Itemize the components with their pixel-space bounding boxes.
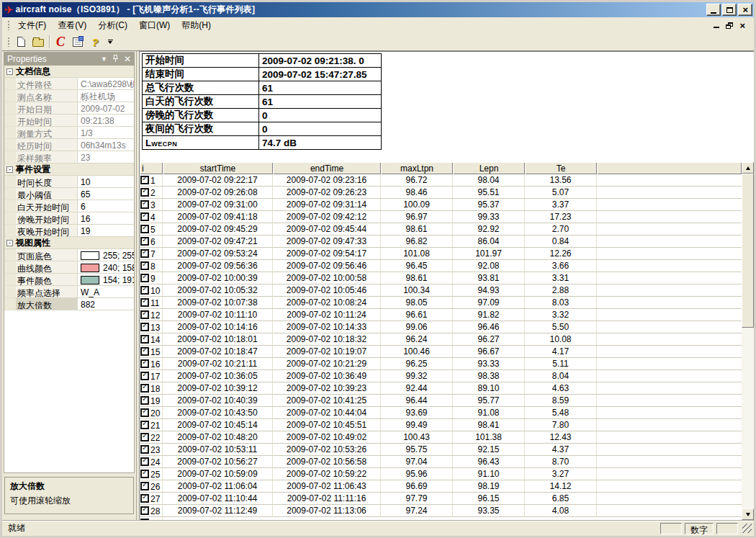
checkbox-checked-icon[interactable] <box>140 494 149 503</box>
table-row[interactable]: 52009-07-02 09:45:292009-07-02 09:45:449… <box>140 223 742 236</box>
table-row[interactable]: 162009-07-02 10:21:112009-07-02 10:21:29… <box>140 358 742 370</box>
property-value[interactable]: 882 <box>78 298 134 310</box>
property-value[interactable]: C:\awa6298\机场 <box>78 78 134 90</box>
property-value[interactable]: 栎社机场 <box>78 90 134 102</box>
properties-button[interactable] <box>69 34 86 50</box>
property-row[interactable]: 频率点选择W_A <box>4 286 134 298</box>
property-value[interactable]: 6 <box>78 200 134 212</box>
property-value[interactable]: W_A <box>78 286 134 298</box>
menu-item[interactable]: 查看(V) <box>52 18 92 33</box>
checkbox-checked-icon[interactable] <box>140 482 149 490</box>
checkbox-checked-icon[interactable] <box>140 470 149 478</box>
property-row[interactable]: 测量方式1/3 <box>4 127 134 139</box>
checkbox-checked-icon[interactable] <box>140 359 149 368</box>
property-row[interactable]: 放大倍数882 <box>4 298 134 310</box>
property-value[interactable]: 10 <box>78 176 134 188</box>
checkbox-checked-icon[interactable] <box>140 286 149 295</box>
panel-menu-chevron-icon[interactable]: ▼ <box>101 55 107 63</box>
table-row[interactable]: 182009-07-02 10:39:122009-07-02 10:39:23… <box>140 382 742 395</box>
resize-grip[interactable] <box>742 524 752 533</box>
column-header-i[interactable]: i <box>140 162 163 174</box>
collapse-icon[interactable]: - <box>6 240 13 246</box>
property-value[interactable]: 09:21:38 <box>78 115 134 127</box>
property-value[interactable]: 2009-07-02 <box>78 102 134 115</box>
property-value[interactable]: 16 <box>78 212 134 225</box>
table-row[interactable]: 112009-07-02 10:07:382009-07-02 10:08:24… <box>140 297 742 309</box>
table-row[interactable]: 262009-07-02 11:06:042009-07-02 11:06:43… <box>140 480 742 493</box>
property-value[interactable]: 255; 255; 25 <box>78 249 134 261</box>
property-row[interactable]: 文件路径C:\awa6298\机场 <box>4 78 134 90</box>
table-row[interactable]: 222009-07-02 10:48:202009-07-02 10:49:02… <box>140 431 742 444</box>
collapse-icon[interactable]: - <box>6 68 13 75</box>
checkbox-checked-icon[interactable] <box>140 261 149 270</box>
property-row[interactable]: 采样频率23 <box>4 151 134 163</box>
column-header-startTime[interactable]: startTime <box>163 162 273 174</box>
table-row[interactable]: 62009-07-02 09:47:212009-07-02 09:47:339… <box>140 236 742 248</box>
checkbox-checked-icon[interactable] <box>140 249 149 258</box>
property-row[interactable]: 夜晚开始时间19 <box>4 225 134 237</box>
table-row[interactable]: 242009-07-02 10:56:272009-07-02 10:56:58… <box>140 456 742 468</box>
scroll-up-button[interactable] <box>742 162 754 174</box>
property-row[interactable]: 曲线颜色240; 158; 15 <box>4 261 134 274</box>
column-header-endTime[interactable]: endTime <box>273 162 381 174</box>
menu-item[interactable]: 窗口(W) <box>133 18 176 33</box>
table-row[interactable]: 212009-07-02 10:45:142009-07-02 10:45:51… <box>140 419 742 431</box>
menubar-grip-handle[interactable] <box>7 20 10 30</box>
table-row[interactable]: 92009-07-02 10:00:392009-07-02 10:00:589… <box>140 272 742 284</box>
table-row[interactable]: 172009-07-02 10:36:052009-07-02 10:36:49… <box>140 370 742 382</box>
checkbox-checked-icon[interactable] <box>140 396 149 405</box>
checkbox-checked-icon[interactable] <box>140 298 149 307</box>
checkbox-checked-icon[interactable] <box>140 212 149 221</box>
checkbox-checked-icon[interactable] <box>140 200 149 209</box>
checkbox-checked-icon[interactable] <box>140 176 149 184</box>
table-row[interactable]: 132009-07-02 10:14:162009-07-02 10:14:33… <box>140 321 742 333</box>
checkbox-checked-icon[interactable] <box>140 372 149 380</box>
vertical-scrollbar[interactable] <box>742 162 754 520</box>
checkbox-checked-icon[interactable] <box>140 506 149 515</box>
checkbox-checked-icon[interactable] <box>140 225 149 233</box>
property-value[interactable]: 06h34m13s <box>78 139 134 151</box>
mdi-minimize-button[interactable] <box>714 22 719 28</box>
toolbar-grip-handle[interactable] <box>7 37 10 47</box>
property-row[interactable]: 事件颜色154; 191; 18 <box>4 274 134 286</box>
menu-item[interactable]: 分析(C) <box>92 18 133 33</box>
table-row[interactable]: 152009-07-02 10:18:472009-07-02 10:19:07… <box>140 346 742 358</box>
table-row[interactable]: 282009-07-02 11:12:492009-07-02 11:13:06… <box>140 505 742 517</box>
toolbar-options-button[interactable] <box>105 40 115 44</box>
close-button[interactable]: × <box>738 4 752 16</box>
scroll-down-button[interactable] <box>742 508 754 520</box>
mdi-restore-button[interactable] <box>726 22 733 29</box>
checkbox-checked-icon[interactable] <box>140 310 149 319</box>
pin-icon[interactable] <box>112 55 119 63</box>
property-row[interactable]: 经历时间06h34m13s <box>4 139 134 151</box>
table-row[interactable]: 122009-07-02 10:11:102009-07-02 10:11:24… <box>140 309 742 321</box>
table-row[interactable]: 72009-07-02 09:53:242009-07-02 09:54:171… <box>140 248 742 260</box>
property-value[interactable]: 23 <box>78 151 134 163</box>
minimize-button[interactable] <box>706 4 721 16</box>
table-row[interactable]: 42009-07-02 09:41:182009-07-02 09:42:129… <box>140 211 742 223</box>
checkbox-checked-icon[interactable] <box>140 384 149 393</box>
table-row[interactable]: 232009-07-02 10:53:112009-07-02 10:53:26… <box>140 444 742 456</box>
property-category[interactable]: -视图属性 <box>4 237 134 249</box>
checkbox-checked-icon[interactable] <box>140 433 149 441</box>
property-row[interactable]: 傍晚开始时间16 <box>4 212 134 225</box>
checkbox-checked-icon[interactable] <box>140 188 149 197</box>
table-row[interactable]: 192009-07-02 10:40:392009-07-02 10:41:25… <box>140 395 742 407</box>
property-row[interactable]: 最小阈值65 <box>4 188 134 200</box>
column-header-Te[interactable]: Te <box>525 162 597 174</box>
checkbox-checked-icon[interactable] <box>140 445 149 454</box>
table-row[interactable]: 12009-07-02 09:22:172009-07-02 09:23:169… <box>140 174 742 187</box>
property-value[interactable]: 1/3 <box>78 127 134 139</box>
property-value[interactable]: 240; 158; 15 <box>78 261 134 274</box>
property-row[interactable]: 开始日期2009-07-02 <box>4 102 134 115</box>
property-row[interactable]: 页面底色255; 255; 25 <box>4 249 134 261</box>
property-row[interactable]: 时间长度10 <box>4 176 134 188</box>
checkbox-checked-icon[interactable] <box>140 335 149 344</box>
new-document-button[interactable] <box>12 34 30 50</box>
column-header-Lepn[interactable]: Lepn <box>453 162 525 174</box>
scrollbar-thumb[interactable] <box>742 174 754 328</box>
property-value[interactable]: 65 <box>78 188 134 200</box>
help-button[interactable]: ? <box>86 34 104 50</box>
table-row[interactable]: 22009-07-02 09:26:082009-07-02 09:26:239… <box>140 187 742 199</box>
table-row[interactable]: 102009-07-02 10:05:322009-07-02 10:05:46… <box>140 284 742 297</box>
